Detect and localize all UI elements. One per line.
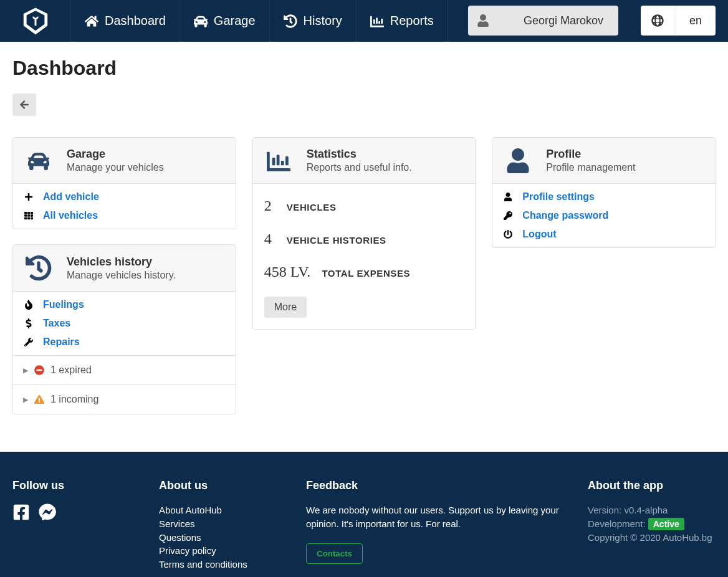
home-icon	[85, 14, 98, 28]
messenger-icon	[39, 503, 56, 521]
nav-history-label: History	[304, 14, 342, 28]
incoming-text: 1 incoming	[50, 394, 98, 405]
history-card: Vehicles history Manage vehicles history…	[12, 244, 236, 414]
logout-link[interactable]: Logout	[492, 225, 715, 244]
nav-dashboard[interactable]: Dashboard	[71, 0, 180, 42]
fuelings-link[interactable]: Fuelings	[13, 295, 236, 314]
stat-expenses-label: TOTAL EXPENSES	[322, 268, 410, 279]
logo[interactable]	[0, 0, 71, 42]
stats-subtitle: Reports and useful info.	[307, 162, 412, 173]
feedback-text: We are nobody without our users. Support…	[306, 503, 575, 531]
change-password-link[interactable]: Change password	[492, 206, 715, 225]
stat-vehicles-label: VEHICLES	[287, 202, 337, 212]
navbar: Dashboard Garage History Reports Georgi …	[0, 0, 728, 42]
user-name: Georgi Marokov	[524, 14, 603, 27]
about-link-4[interactable]: Terms and conditions	[159, 558, 294, 571]
add-vehicle-link[interactable]: Add vehicle	[13, 188, 236, 206]
version-row: Version: v0.4-alpha	[588, 503, 716, 517]
history-subtitle: Manage vehicles history.	[67, 270, 176, 281]
profile-settings-label: Profile settings	[522, 191, 595, 203]
all-vehicles-link[interactable]: All vehicles	[13, 206, 236, 225]
language-label: en	[676, 14, 716, 27]
user-icon	[477, 14, 489, 27]
taxes-link[interactable]: Taxes	[13, 314, 236, 333]
plus-icon	[23, 193, 34, 201]
repairs-label: Repairs	[43, 336, 80, 348]
stat-histories-value: 4	[264, 231, 275, 247]
back-button[interactable]	[12, 93, 36, 116]
user-icon	[502, 193, 514, 201]
about-link-2[interactable]: Questions	[159, 531, 294, 545]
change-password-label: Change password	[522, 210, 608, 221]
fire-icon	[23, 300, 34, 310]
stats-title: Statistics	[307, 148, 412, 161]
wrench-icon	[23, 338, 34, 346]
user-icon	[504, 148, 532, 173]
nav-reports-label: Reports	[390, 14, 434, 28]
fuelings-label: Fuelings	[43, 299, 84, 310]
messenger-link[interactable]	[39, 503, 56, 525]
history-icon	[24, 255, 53, 281]
facebook-link[interactable]	[12, 503, 30, 525]
all-vehicles-label: All vehicles	[43, 210, 98, 221]
stat-expenses-value: 458 LV.	[264, 264, 311, 280]
warning-icon	[34, 394, 44, 404]
about-link-3[interactable]: Privacy policy	[159, 544, 294, 558]
copyright: Copyright © 2020 AutoHub.bg	[588, 531, 716, 545]
footer: Follow us About us About AutoHub Service…	[0, 452, 728, 577]
nav-garage-label: Garage	[214, 14, 256, 28]
logo-icon	[21, 6, 50, 36]
history-icon	[284, 14, 297, 28]
profile-subtitle: Profile management	[546, 162, 635, 173]
history-title: Vehicles history	[67, 255, 176, 269]
incoming-alert[interactable]: ▶ 1 incoming	[13, 384, 236, 414]
caret-icon: ▶	[23, 366, 28, 374]
stat-histories-label: VEHICLE HISTORIES	[287, 235, 386, 246]
about-link-0[interactable]: About AutoHub	[159, 503, 294, 517]
garage-subtitle: Manage your vehicles	[67, 162, 164, 173]
nav-history[interactable]: History	[270, 0, 357, 42]
feedback-title: Feedback	[306, 479, 575, 492]
contacts-button[interactable]: Contacts	[306, 543, 363, 564]
minus-circle-icon	[34, 365, 44, 375]
car-icon	[194, 14, 208, 28]
chart-icon	[370, 14, 384, 28]
chart-icon	[264, 149, 293, 173]
profile-card: Profile Profile management Profile setti…	[492, 137, 716, 248]
repairs-link[interactable]: Repairs	[13, 333, 236, 351]
grid-icon	[23, 211, 34, 220]
power-icon	[502, 230, 514, 239]
follow-title: Follow us	[12, 479, 146, 492]
arrow-left-icon	[19, 100, 29, 110]
taxes-label: Taxes	[43, 318, 70, 329]
app-title: About the app	[588, 479, 716, 492]
nav-reports[interactable]: Reports	[357, 0, 448, 42]
garage-card: Garage Manage your vehicles Add vehicle …	[12, 137, 236, 229]
garage-title: Garage	[67, 148, 164, 161]
logout-label: Logout	[522, 229, 556, 240]
nav-dashboard-label: Dashboard	[105, 14, 166, 28]
status-badge: Active	[648, 518, 684, 530]
profile-settings-link[interactable]: Profile settings	[492, 188, 715, 206]
more-button[interactable]: More	[264, 297, 307, 318]
expired-alert[interactable]: ▶ 1 expired	[13, 355, 236, 384]
profile-title: Profile	[546, 148, 635, 161]
stats-card: Statistics Reports and useful info. 2 VE…	[252, 137, 476, 330]
nav-garage[interactable]: Garage	[180, 0, 270, 42]
add-vehicle-label: Add vehicle	[43, 191, 99, 203]
about-link-1[interactable]: Services	[159, 517, 294, 531]
dollar-icon	[23, 318, 34, 328]
page-title: Dashboard	[12, 57, 716, 80]
caret-icon: ▶	[23, 396, 28, 404]
key-icon	[502, 211, 514, 220]
language-selector[interactable]: en	[641, 6, 716, 36]
facebook-icon	[12, 503, 30, 521]
about-title: About us	[159, 479, 294, 492]
user-menu[interactable]: Georgi Marokov	[468, 6, 618, 36]
expired-text: 1 expired	[50, 365, 92, 376]
dev-row: Development: Active	[588, 517, 716, 531]
globe-icon	[641, 6, 676, 36]
car-icon	[24, 150, 53, 171]
stat-vehicles-value: 2	[264, 198, 275, 214]
